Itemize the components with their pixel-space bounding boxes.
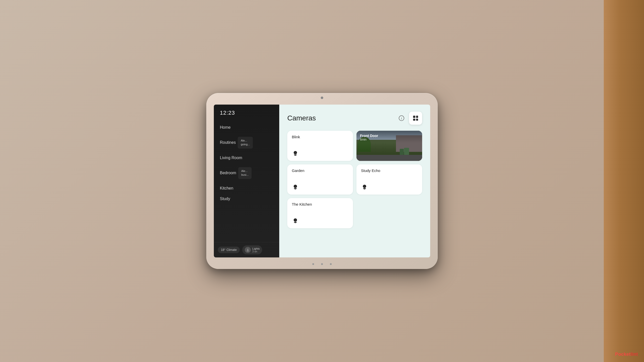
svg-point-1 xyxy=(247,250,249,252)
lights-count: 3 on xyxy=(252,250,260,253)
camera-icon-blink xyxy=(292,150,299,157)
main-content: Cameras i xyxy=(279,105,430,257)
sidebar-time: 12:23 xyxy=(214,105,279,120)
climate-badge[interactable]: 18° Climate xyxy=(218,247,240,253)
info-icon: i xyxy=(399,115,404,121)
temperature: 18° xyxy=(221,248,225,252)
lights-info: Lights 3 on xyxy=(252,247,260,253)
cameras-header: Cameras i xyxy=(287,112,422,125)
svg-point-7 xyxy=(295,152,296,153)
sidebar-item-bedroom-label: Bedroom xyxy=(220,171,236,175)
svg-text:i: i xyxy=(401,116,402,120)
sidebar-item-kitchen-label: Kitchen xyxy=(220,186,233,191)
camera-thumb-label: Front Door 6min xyxy=(360,134,378,141)
sidebar-item-study-label: Study xyxy=(220,197,230,201)
camera-svg-garden xyxy=(292,184,299,190)
tablet-dot-2 xyxy=(321,263,323,265)
camera-card-study-echo[interactable]: Study Echo xyxy=(356,164,422,195)
camera-svg-the-kitchen xyxy=(292,217,299,224)
sidebar-item-living-room-label: Living Room xyxy=(220,156,242,160)
svg-rect-14 xyxy=(294,188,297,189)
camera-name-study-echo: Study Echo xyxy=(361,168,418,173)
svg-rect-9 xyxy=(295,155,296,156)
camera-icon-the-kitchen xyxy=(292,217,299,224)
person-icon xyxy=(246,248,249,251)
svg-rect-21 xyxy=(364,189,365,189)
camera-thumbnail-front-door: Front Door 6min xyxy=(356,131,422,161)
front-camera xyxy=(321,97,323,99)
info-button[interactable]: i xyxy=(397,114,406,123)
tablet-dots xyxy=(312,263,332,265)
sidebar-item-home-label: Home xyxy=(220,125,231,130)
sidebar-item-home[interactable]: Home xyxy=(214,122,279,133)
cameras-grid: Blink xyxy=(287,131,422,228)
sidebar-item-study[interactable]: Study xyxy=(214,194,279,204)
notif-2: Ale...busi... xyxy=(241,169,249,177)
sidebar-item-routines[interactable]: Routines Ale...going... xyxy=(214,133,279,153)
camera-svg-blink xyxy=(292,150,299,157)
svg-point-13 xyxy=(295,186,296,187)
sidebar-nav: Home Routines Ale...going... Living Room… xyxy=(214,120,279,242)
sidebar-item-living-room[interactable]: Living Room xyxy=(214,153,279,163)
tablet-screen: 12:23 Home Routines Ale...going... Livin… xyxy=(214,105,430,257)
svg-point-25 xyxy=(295,220,296,220)
camera-name-blink: Blink xyxy=(292,135,348,139)
svg-point-0 xyxy=(247,249,248,250)
climate-label: Climate xyxy=(226,248,237,252)
camera-icon-garden xyxy=(292,184,299,191)
cameras-title: Cameras xyxy=(287,114,316,122)
grid-view-button[interactable] xyxy=(409,112,422,125)
front-door-name: Front Door xyxy=(360,134,378,138)
grid-icon xyxy=(413,116,418,121)
camera-card-front-door[interactable]: Front Door 6min xyxy=(356,131,422,161)
lights-label: Lights xyxy=(252,247,260,250)
camera-icon-study-echo xyxy=(361,184,368,191)
camera-name-the-kitchen: The Kitchen xyxy=(292,202,348,206)
sidebar-item-bedroom[interactable]: Bedroom Ale...busi... xyxy=(214,163,279,183)
watermark-highlight: lint xyxy=(631,352,638,357)
svg-rect-20 xyxy=(363,188,366,189)
tablet-frame: 12:23 Home Routines Ale...going... Livin… xyxy=(206,93,438,269)
svg-rect-26 xyxy=(294,222,297,223)
sidebar-item-routines-label: Routines xyxy=(220,140,236,145)
sidebar-item-kitchen[interactable]: Kitchen xyxy=(214,183,279,194)
lights-circle xyxy=(245,247,251,253)
watermark: Pocketlint xyxy=(615,352,638,357)
camera-svg-study-echo xyxy=(361,184,368,190)
sidebar-bottom: 18° Climate Lights 3 on xyxy=(214,242,279,257)
watermark-text: Pocket xyxy=(615,352,631,357)
notif-1: Ale...going... xyxy=(241,139,250,147)
camera-card-the-kitchen[interactable]: The Kitchen xyxy=(287,198,353,228)
tablet-dot-3 xyxy=(330,263,332,265)
lights-badge[interactable]: Lights 3 on xyxy=(242,245,262,254)
camera-name-garden: Garden xyxy=(292,168,348,173)
svg-rect-15 xyxy=(295,189,296,189)
sidebar: 12:23 Home Routines Ale...going... Livin… xyxy=(214,105,279,257)
header-actions: i xyxy=(397,112,422,125)
camera-card-blink[interactable]: Blink xyxy=(287,131,353,161)
svg-rect-8 xyxy=(294,155,297,155)
front-door-time: 6min xyxy=(360,138,378,141)
wood-strip xyxy=(604,0,644,362)
camera-card-garden[interactable]: Garden xyxy=(287,164,353,195)
svg-point-19 xyxy=(364,186,365,187)
tablet-dot-1 xyxy=(312,263,314,265)
svg-rect-27 xyxy=(295,222,296,223)
